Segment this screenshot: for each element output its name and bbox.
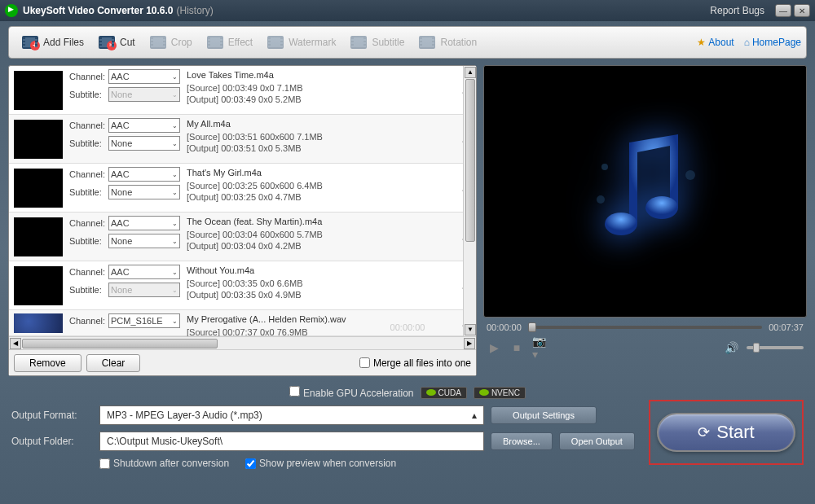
file-list: Channel:AAC⌄ Subtitle:None⌄ Love Takes T… <box>9 66 476 336</box>
clear-button[interactable]: Clear <box>86 354 141 372</box>
start-highlight: ⟳ Start <box>649 400 804 465</box>
cut-button[interactable]: ✂ Cut <box>90 29 142 55</box>
seek-slider[interactable] <box>528 326 762 329</box>
chevron-down-icon: ⌄ <box>172 171 178 178</box>
film-icon <box>267 36 284 49</box>
output-folder-input[interactable]: C:\Output Music-UkeySoft\ <box>99 432 484 451</box>
remove-button[interactable]: Remove <box>14 354 82 372</box>
scroll-right-icon[interactable]: ▶ <box>464 338 475 349</box>
gpu-row: Enable GPU Acceleration CUDA NVENC <box>11 386 804 399</box>
chevron-down-icon: ⌄ <box>172 189 178 196</box>
app-logo-icon <box>5 4 18 17</box>
nvenc-badge: NVENC <box>474 387 526 399</box>
table-row[interactable]: Channel:AAC⌄ Subtitle:None⌄ That's My Gi… <box>9 164 476 213</box>
close-button[interactable]: ✕ <box>794 4 810 17</box>
source-info: [Source] 00:03:04 600x600 5.7MB <box>187 229 452 240</box>
chevron-up-icon: ▴ <box>472 410 477 421</box>
subtitle-select[interactable]: None⌄ <box>108 234 180 248</box>
thumbnail <box>14 71 63 110</box>
thumbnail <box>14 120 63 159</box>
horizontal-scrollbar[interactable]: ◀ ▶ <box>9 336 476 349</box>
subtitle-select[interactable]: None⌄ <box>108 87 180 102</box>
channel-select[interactable]: AAC⌄ <box>108 69 180 84</box>
channel-select[interactable]: AAC⌄ <box>108 265 180 279</box>
chevron-down-icon: ⌄ <box>172 318 178 325</box>
output-folder-label: Output Folder: <box>11 436 93 447</box>
scroll-left-icon[interactable]: ◀ <box>10 338 21 349</box>
merge-checkbox[interactable]: Merge all files into one <box>359 357 471 369</box>
subtitle-label: Subtitle: <box>69 236 108 246</box>
volume-icon[interactable]: 🔊 <box>724 340 738 355</box>
minimize-button[interactable]: — <box>775 4 791 17</box>
svg-point-1 <box>645 196 678 219</box>
table-row[interactable]: Channel:AAC⌄ Subtitle:None⌄ Without You.… <box>9 261 476 310</box>
star-icon: ★ <box>697 37 706 48</box>
home-icon: ⌂ <box>744 37 750 48</box>
time-start: 00:00:00 <box>487 322 522 332</box>
gpu-checkbox[interactable]: Enable GPU Acceleration <box>289 386 413 399</box>
history-label[interactable]: (History) <box>177 5 214 16</box>
nvidia-icon <box>479 389 489 396</box>
chevron-down-icon: ⌄ <box>172 122 178 129</box>
stop-button[interactable]: ■ <box>509 340 524 355</box>
add-files-button[interactable]: + Add Files <box>14 29 90 55</box>
scroll-down-icon[interactable]: ▼ <box>465 324 476 335</box>
channel-select[interactable]: PCM_S16LE⌄ <box>108 313 180 328</box>
start-button[interactable]: ⟳ Start <box>657 413 795 452</box>
output-info: [Output] 00:03:35 0x0 4.9MB <box>187 289 452 300</box>
nvidia-icon <box>426 389 436 396</box>
channel-select[interactable]: AAC⌄ <box>108 167 180 182</box>
channel-label: Channel: <box>69 72 108 81</box>
channel-select[interactable]: AAC⌄ <box>108 216 180 230</box>
chevron-down-icon: ⌄ <box>172 91 178 99</box>
chevron-down-icon: ⌄ <box>172 269 178 276</box>
browse-button[interactable]: Browse... <box>491 432 553 450</box>
shutdown-checkbox[interactable]: Shutdown after conversion <box>99 458 229 469</box>
chevron-down-icon: ⌄ <box>172 287 178 294</box>
table-row[interactable]: Channel:AAC⌄ Subtitle:None⌄ Love Takes T… <box>9 66 476 115</box>
homepage-link[interactable]: ⌂HomePage <box>744 37 801 48</box>
file-name: That's My Girl.m4a <box>187 167 452 178</box>
play-button[interactable]: ▶ <box>487 340 501 355</box>
scroll-up-icon[interactable]: ▲ <box>465 67 476 78</box>
source-info: [Source] 00:03:49 0x0 7.1MB <box>187 82 452 94</box>
channel-label: Channel: <box>69 169 108 179</box>
volume-slider[interactable] <box>747 346 804 349</box>
vertical-scrollbar[interactable]: ▲ ▼ <box>463 66 476 336</box>
svg-point-0 <box>605 213 637 235</box>
thumbnail <box>14 266 63 305</box>
output-settings-button[interactable]: Output Settings <box>491 406 597 424</box>
subtitle-select[interactable]: None⌄ <box>108 136 180 151</box>
output-format-select[interactable]: MP3 - MPEG Layer-3 Audio (*.mp3) ▴ <box>99 405 484 425</box>
open-output-button[interactable]: Open Output <box>559 432 635 450</box>
cuda-badge: CUDA <box>421 387 467 399</box>
effect-button[interactable]: Effect <box>199 29 259 55</box>
subtitle-label: Subtitle: <box>69 90 108 99</box>
channel-select[interactable]: AAC⌄ <box>108 118 180 133</box>
subtitle-select[interactable]: None⌄ <box>108 185 180 199</box>
film-icon <box>419 36 435 49</box>
snapshot-button[interactable]: 📷▾ <box>532 340 547 355</box>
report-bugs-link[interactable]: Report Bugs <box>710 5 764 16</box>
about-link[interactable]: ★About <box>697 37 734 48</box>
rotation-button[interactable]: Rotation <box>411 29 483 55</box>
subtitle-select[interactable]: None⌄ <box>108 283 180 297</box>
watermark-button[interactable]: Watermark <box>259 29 342 55</box>
scroll-thumb[interactable] <box>465 79 475 242</box>
toolbar: + Add Files ✂ Cut Crop Effect Watermark … <box>8 26 807 59</box>
crop-button[interactable]: Crop <box>142 29 199 55</box>
thumbnail <box>14 313 63 333</box>
channel-label: Channel: <box>69 267 108 277</box>
file-list-footer: Remove Clear Merge all files into one <box>9 349 476 375</box>
file-name: My All.m4a <box>187 118 452 129</box>
table-row[interactable]: Channel:AAC⌄ Subtitle:None⌄ The Ocean (f… <box>9 213 476 261</box>
table-row[interactable]: Channel:AAC⌄ Subtitle:None⌄ My All.m4a [… <box>9 115 476 164</box>
preview-video <box>483 65 807 318</box>
subtitle-button[interactable]: Subtitle <box>342 29 411 55</box>
channel-label: Channel: <box>69 121 108 130</box>
show-preview-checkbox[interactable]: Show preview when conversion <box>245 458 396 469</box>
app-title: UkeySoft Video Converter 10.6.0 <box>23 5 174 16</box>
scroll-thumb[interactable] <box>22 339 218 348</box>
thumbnail <box>14 217 63 256</box>
thumbnail <box>14 169 63 208</box>
